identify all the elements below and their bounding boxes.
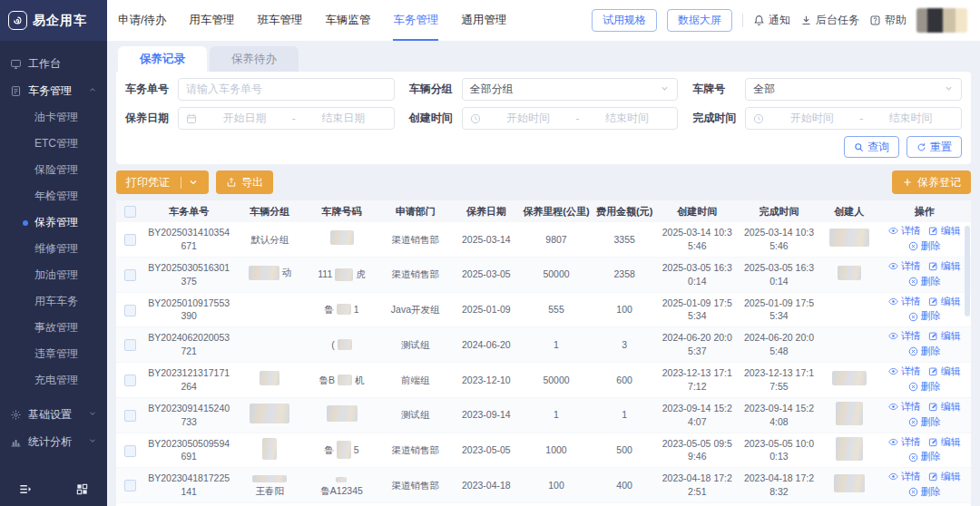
sidebar-item-vehicle-affairs[interactable]: 车务管理 xyxy=(0,77,107,104)
sidebar-item-basic-settings[interactable]: 基础设置 xyxy=(0,401,107,428)
topnav-item[interactable]: 通用管理 xyxy=(461,0,506,41)
created-time-cell: 2025-03-05 16:30:14 xyxy=(656,257,738,292)
help-link[interactable]: 帮助 xyxy=(869,13,906,28)
edit-link[interactable]: 编辑 xyxy=(928,329,961,343)
scrollbar-thumb[interactable] xyxy=(965,226,970,316)
redacted-content xyxy=(836,437,863,461)
edit-link[interactable]: 编辑 xyxy=(928,224,961,238)
bell-icon xyxy=(753,15,765,26)
create-time-range-input[interactable]: 开始时间 - 结束时间 xyxy=(462,107,679,130)
delete-link[interactable]: 删除 xyxy=(908,275,941,288)
sidebar-subitem[interactable]: 保养管理 xyxy=(0,209,107,236)
apps-grid-icon[interactable] xyxy=(75,482,89,496)
created-time-cell: 2023-05-05 09:59:46 xyxy=(656,433,738,468)
collapse-sidebar-icon[interactable] xyxy=(18,482,32,496)
row-checkbox[interactable] xyxy=(124,234,136,246)
finish-time-range-input[interactable]: 开始时间 - 结束时间 xyxy=(745,107,962,130)
action-label: 详情 xyxy=(901,435,921,449)
sidebar-subitem[interactable]: 保险管理 xyxy=(0,157,107,183)
topnav-item[interactable]: 申请/待办 xyxy=(118,0,166,41)
row-checkbox[interactable] xyxy=(124,480,136,491)
topnav-item[interactable]: 用车管理 xyxy=(189,0,234,41)
chevron-up-icon xyxy=(88,84,97,97)
maintain-date-cell: 2023-12-10 xyxy=(453,363,520,398)
delete-icon xyxy=(908,417,918,427)
cell-text: 1 xyxy=(354,303,359,316)
detail-link[interactable]: 详情 xyxy=(888,259,921,273)
detail-link[interactable]: 详情 xyxy=(888,400,921,414)
detail-link[interactable]: 详情 xyxy=(888,365,921,378)
maintain-date-range-input[interactable]: 开始日期 - 结束日期 xyxy=(178,107,395,130)
sidebar-subitem[interactable]: 维修管理 xyxy=(0,236,107,262)
row-checkbox[interactable] xyxy=(124,339,136,351)
maintenance-register-button[interactable]: 保养登记 xyxy=(892,170,971,194)
table-row: BY2025031410354671默认分组渠道销售部2025-03-14980… xyxy=(116,222,971,257)
scrollbar[interactable] xyxy=(965,224,970,501)
print-voucher-button[interactable]: 打印凭证 xyxy=(116,170,209,194)
mileage-cell: 1 xyxy=(520,397,593,433)
order-no-input[interactable]: 请输入车务单号 xyxy=(178,78,395,101)
edit-link[interactable]: 编辑 xyxy=(928,295,961,308)
plate-no-cell: ( xyxy=(305,327,377,363)
filter-create-time: 创建时间 开始时间 - 结束时间 xyxy=(409,107,679,130)
plate-no-select[interactable]: 全部 xyxy=(745,78,962,101)
row-checkbox[interactable] xyxy=(124,305,136,316)
trial-spec-button[interactable]: 试用规格 xyxy=(592,9,657,32)
edit-link[interactable]: 编辑 xyxy=(928,470,961,483)
edit-link[interactable]: 编辑 xyxy=(928,435,961,449)
sidebar-subitem[interactable]: 事故管理 xyxy=(0,315,107,341)
delete-link[interactable]: 删除 xyxy=(908,450,941,463)
detail-link[interactable]: 详情 xyxy=(888,470,921,483)
divider xyxy=(181,177,181,189)
delete-link[interactable]: 删除 xyxy=(908,485,941,499)
background-tasks-link[interactable]: 后台任务 xyxy=(800,13,859,28)
edit-icon xyxy=(928,261,938,271)
redacted-content xyxy=(336,477,347,482)
delete-link[interactable]: 删除 xyxy=(908,309,941,323)
row-checkbox[interactable] xyxy=(124,410,136,422)
delete-link[interactable]: 删除 xyxy=(908,415,941,429)
tab-maintenance-todo[interactable]: 保养待办 xyxy=(210,46,299,72)
export-button[interactable]: 导出 xyxy=(216,170,273,194)
row-checkbox[interactable] xyxy=(124,375,136,386)
delete-link[interactable]: 删除 xyxy=(908,345,941,358)
detail-link[interactable]: 详情 xyxy=(888,329,921,343)
delete-link[interactable]: 删除 xyxy=(908,239,941,253)
edit-link[interactable]: 编辑 xyxy=(928,365,961,378)
data-screen-button[interactable]: 数据大屏 xyxy=(667,9,732,32)
sidebar-item-statistics[interactable]: 统计分析 xyxy=(0,428,107,455)
topnav-item[interactable]: 车务管理 xyxy=(393,0,438,41)
sidebar-subitem[interactable]: 油卡管理 xyxy=(0,104,107,131)
sidebar-subitem[interactable]: 违章管理 xyxy=(0,341,107,367)
finished-time-cell: 2023-12-13 17:17:55 xyxy=(738,363,819,398)
notifications-link[interactable]: 通知 xyxy=(753,13,790,28)
sidebar-subitem[interactable]: 用车车务 xyxy=(0,288,107,315)
sidebar-subitem[interactable]: 加油管理 xyxy=(0,262,107,288)
select-all-checkbox[interactable] xyxy=(124,206,136,218)
vehicle-group-cell: 动 xyxy=(234,257,305,292)
vehicle-group-select[interactable]: 全部分组 xyxy=(462,78,679,101)
redacted-content xyxy=(338,339,352,350)
tab-maintenance-records[interactable]: 保养记录 xyxy=(118,46,207,72)
user-avatar[interactable] xyxy=(916,8,967,33)
detail-link[interactable]: 详情 xyxy=(888,295,921,308)
detail-link[interactable]: 详情 xyxy=(888,435,921,449)
sidebar-subitem[interactable]: 充电管理 xyxy=(0,367,107,394)
maintain-date-cell: 2024-06-20 xyxy=(453,327,520,363)
edit-link[interactable]: 编辑 xyxy=(928,400,961,414)
sidebar-subitem[interactable]: 年检管理 xyxy=(0,183,107,209)
sidebar-subitem[interactable]: ETC管理 xyxy=(0,131,107,157)
topnav-item[interactable]: 车辆监管 xyxy=(325,0,370,41)
topnav-item[interactable]: 班车管理 xyxy=(257,0,302,41)
row-checkbox[interactable] xyxy=(124,269,136,281)
sidebar-item-workbench[interactable]: 工作台 xyxy=(0,50,107,77)
row-checkbox[interactable] xyxy=(124,445,136,457)
cost-cell: 3 xyxy=(593,327,656,363)
redacted-content xyxy=(327,405,358,422)
filter-label: 完成时间 xyxy=(692,111,745,126)
edit-link[interactable]: 编辑 xyxy=(928,259,961,273)
reset-button[interactable]: 重置 xyxy=(906,136,962,158)
delete-link[interactable]: 删除 xyxy=(908,380,941,394)
detail-link[interactable]: 详情 xyxy=(888,224,921,238)
search-button[interactable]: 查询 xyxy=(844,136,899,158)
